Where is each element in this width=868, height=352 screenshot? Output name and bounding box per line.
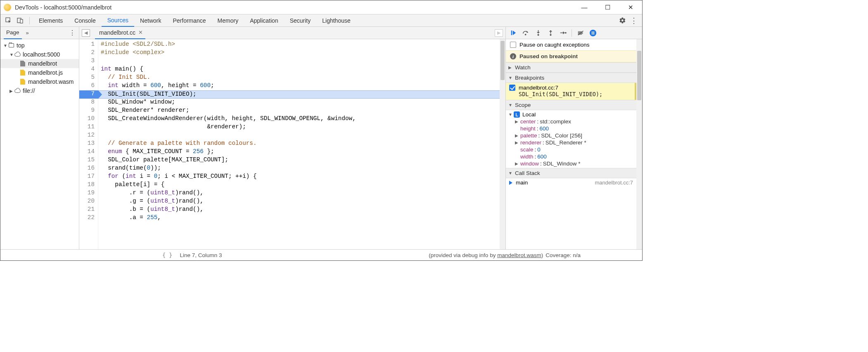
step-button[interactable] xyxy=(559,29,567,37)
resume-button[interactable] xyxy=(509,29,517,37)
main-tab-network[interactable]: Network xyxy=(134,14,167,27)
line-number[interactable]: 2 xyxy=(79,49,98,57)
line-number[interactable]: 19 xyxy=(79,189,98,198)
scope-variable[interactable]: ▶palette: SDL_Color [256] xyxy=(506,132,636,139)
callstack-frame[interactable]: main mandelbrot.cc:7 xyxy=(506,178,636,187)
code-line[interactable]: &renderer); xyxy=(98,123,500,132)
line-number[interactable]: 12 xyxy=(79,132,98,140)
main-tab-lighthouse[interactable]: Lighthouse xyxy=(316,14,356,27)
step-over-button[interactable] xyxy=(522,29,530,37)
window-maximize-icon[interactable]: ☐ xyxy=(602,4,613,11)
format-code-icon[interactable]: { } xyxy=(162,252,172,258)
deactivate-breakpoints-button[interactable] xyxy=(576,29,585,37)
code-line[interactable]: #include <SDL2/SDL.h> xyxy=(98,41,500,49)
device-mode-icon[interactable] xyxy=(16,16,25,25)
line-number[interactable]: 6 xyxy=(79,82,98,90)
code-line[interactable] xyxy=(98,57,500,66)
main-tab-elements[interactable]: Elements xyxy=(33,14,69,27)
main-tab-sources[interactable]: Sources xyxy=(102,14,134,27)
scope-variable[interactable]: ▶center: std::complex xyxy=(506,118,636,125)
line-number[interactable]: 4 xyxy=(79,66,98,74)
main-tab-memory[interactable]: Memory xyxy=(212,14,244,27)
line-number[interactable]: 1 xyxy=(79,41,98,49)
scope-variable[interactable]: width: 600 xyxy=(506,153,636,160)
line-gutter[interactable]: 12345678910111213141516171819202122 xyxy=(79,39,98,249)
code-editor[interactable]: 12345678910111213141516171819202122 #inc… xyxy=(79,39,505,249)
line-number[interactable]: 21 xyxy=(79,206,98,214)
line-number[interactable]: 20 xyxy=(79,198,98,206)
navigator-menu-icon[interactable]: ⋮ xyxy=(69,29,76,37)
code-line[interactable]: for (int i = 0; i < MAX_ITER_COUNT; ++i)… xyxy=(98,173,500,181)
nav-forward-icon[interactable]: ▶ xyxy=(495,29,503,37)
scope-variable[interactable]: ▶renderer: SDL_Renderer * xyxy=(506,139,636,146)
code-line[interactable]: SDL_Renderer* renderer; xyxy=(98,107,500,115)
main-tab-performance[interactable]: Performance xyxy=(167,14,211,27)
code-line[interactable]: SDL_Color palette[MAX_ITER_COUNT]; xyxy=(98,156,500,165)
editor-scrollbar[interactable] xyxy=(500,39,505,249)
code-line[interactable]: SDL_CreateWindowAndRenderer(width, heigh… xyxy=(98,115,500,123)
debug-source-link[interactable]: mandelbrot.wasm xyxy=(497,252,541,258)
line-number[interactable]: 14 xyxy=(79,148,98,156)
scope-section-header[interactable]: ▼ Scope xyxy=(506,100,636,110)
line-number[interactable]: 11 xyxy=(79,123,98,132)
scope-variable[interactable]: scale: 0 xyxy=(506,146,636,153)
tree-item-file[interactable]: mandelbrot.js xyxy=(0,68,79,77)
code-line[interactable]: palette[i] = { xyxy=(98,181,500,189)
line-number[interactable]: 8 xyxy=(79,99,98,107)
editor-file-tab[interactable]: mandelbrot.cc ✕ xyxy=(95,27,145,39)
code-line[interactable]: .a = 255, xyxy=(98,214,500,222)
tree-item-file[interactable]: mandelbrot.wasm xyxy=(0,77,79,86)
tree-item-top[interactable]: top xyxy=(0,41,79,50)
code-line[interactable]: // Init SDL. xyxy=(98,74,500,82)
line-number[interactable]: 3 xyxy=(79,57,98,66)
debugger-scrollbar[interactable] xyxy=(636,39,642,249)
line-number[interactable]: 10 xyxy=(79,115,98,123)
code-line[interactable]: srand(time(0)); xyxy=(98,165,500,173)
code-content[interactable]: #include <SDL2/SDL.h>#include <complex>i… xyxy=(98,39,500,249)
tree-item-host[interactable]: localhost:5000 xyxy=(0,50,79,59)
line-number[interactable]: 5 xyxy=(79,74,98,82)
code-line[interactable]: .b = (uint8_t)rand(), xyxy=(98,206,500,214)
step-into-button[interactable] xyxy=(534,29,542,37)
scope-variable[interactable]: height: 600 xyxy=(506,125,636,132)
line-number[interactable]: 9 xyxy=(79,107,98,115)
line-number[interactable]: 18 xyxy=(79,181,98,189)
watch-section-header[interactable]: ▶ Watch xyxy=(506,62,636,73)
tree-item-filescheme[interactable]: file:// xyxy=(0,86,79,95)
main-tab-console[interactable]: Console xyxy=(69,14,101,27)
callstack-section-header[interactable]: ▼ Call Stack xyxy=(506,168,636,178)
pause-on-exceptions-button[interactable] xyxy=(589,29,597,37)
breakpoint-item[interactable]: mandelbrot.cc:7 SDL_Init(SDL_INIT_VIDEO)… xyxy=(506,83,636,100)
checkbox-unchecked-icon[interactable] xyxy=(510,42,516,48)
code-line[interactable]: // Generate a palette with random colour… xyxy=(98,140,500,148)
settings-gear-icon[interactable] xyxy=(618,16,627,25)
scope-variable[interactable]: ▶window: SDL_Window * xyxy=(506,160,636,167)
window-close-icon[interactable]: ✕ xyxy=(625,4,636,11)
inspect-element-icon[interactable] xyxy=(4,16,13,25)
line-number[interactable]: 22 xyxy=(79,214,98,222)
navigator-more-tabs-icon[interactable]: » xyxy=(26,30,29,36)
more-menu-icon[interactable]: ⋮ xyxy=(629,16,638,25)
line-number[interactable]: 7 xyxy=(79,90,102,99)
expand-toggle-icon[interactable] xyxy=(3,43,8,48)
main-tab-application[interactable]: Application xyxy=(244,14,284,27)
code-line[interactable]: SDL_Init(SDL_INIT_VIDEO); xyxy=(98,90,500,99)
code-line[interactable]: #include <complex> xyxy=(98,49,500,57)
code-line[interactable] xyxy=(98,132,500,140)
window-minimize-icon[interactable]: — xyxy=(579,4,590,11)
line-number[interactable]: 17 xyxy=(79,173,98,181)
line-number[interactable]: 15 xyxy=(79,156,98,165)
navigator-tab-page[interactable]: Page xyxy=(4,27,22,39)
scope-local-header[interactable]: ▼ L Local xyxy=(506,111,636,118)
close-tab-icon[interactable]: ✕ xyxy=(138,29,143,35)
step-out-button[interactable] xyxy=(546,29,555,37)
expand-toggle-icon[interactable] xyxy=(9,89,14,93)
code-line[interactable]: .r = (uint8_t)rand(), xyxy=(98,189,500,198)
code-line[interactable]: enum { MAX_ITER_COUNT = 256 }; xyxy=(98,148,500,156)
nav-back-icon[interactable]: ◀ xyxy=(82,29,90,37)
breakpoints-section-header[interactable]: ▼ Breakpoints xyxy=(506,73,636,83)
tree-item-file[interactable]: mandelbrot xyxy=(0,59,79,68)
line-number[interactable]: 16 xyxy=(79,165,98,173)
pause-caught-row[interactable]: Pause on caught exceptions xyxy=(506,39,636,50)
code-line[interactable]: int width = 600, height = 600; xyxy=(98,82,500,90)
